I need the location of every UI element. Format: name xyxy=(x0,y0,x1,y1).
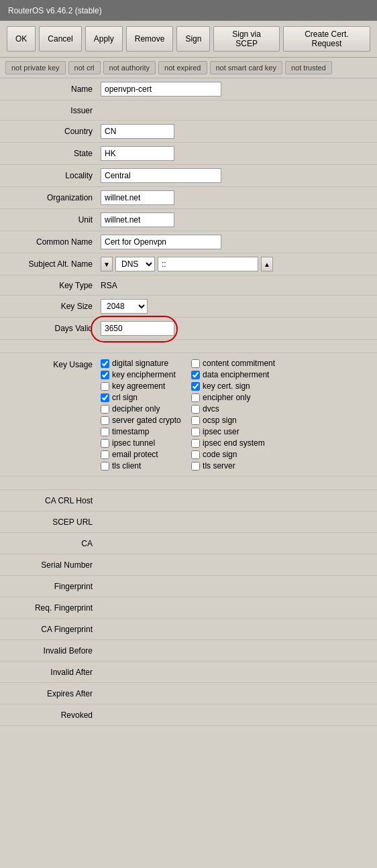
section-divider-extra xyxy=(0,477,377,490)
remove-button[interactable]: Remove xyxy=(126,26,174,52)
checkbox-encipher-only: encipher only xyxy=(191,393,275,402)
checkbox-digital-signature-input[interactable] xyxy=(101,359,109,368)
country-input[interactable] xyxy=(101,124,174,139)
checkbox-tls-client: tls client xyxy=(101,461,184,471)
key-type-row: Key Type RSA xyxy=(0,275,377,296)
sign-button[interactable]: Sign xyxy=(176,26,210,52)
days-valid-input[interactable] xyxy=(101,321,174,336)
name-row: Name xyxy=(0,78,377,101)
checkbox-crl-sign-label: crl sign xyxy=(112,393,138,402)
state-label: State xyxy=(7,149,101,158)
status-not-smart-card-key: not smart card key xyxy=(210,61,282,74)
key-type-label: Key Type xyxy=(7,281,101,290)
checkbox-dvcs: dvcs xyxy=(191,404,275,414)
checkbox-email-protect-input[interactable] xyxy=(101,450,109,459)
checkbox-key-agreement: key agreement xyxy=(101,381,184,391)
subject-alt-name-down-button[interactable]: ▼ xyxy=(101,257,113,271)
checkbox-digital-signature-label: digital signature xyxy=(112,359,168,368)
req-fingerprint-row: Req. Fingerprint xyxy=(0,597,377,619)
checkbox-key-agreement-label: key agreement xyxy=(112,381,165,391)
apply-button[interactable]: Apply xyxy=(85,26,123,52)
checkbox-decipher-only-input[interactable] xyxy=(101,405,109,414)
unit-input[interactable] xyxy=(101,212,174,227)
key-size-select[interactable]: 512 1024 2048 4096 xyxy=(101,299,148,314)
checkbox-tls-client-input[interactable] xyxy=(101,462,109,471)
days-valid-label: Days Valid xyxy=(7,324,101,333)
checkbox-ipsec-user-input[interactable] xyxy=(191,428,200,436)
toolbar: OK Cancel Apply Remove Sign Sign via SCE… xyxy=(0,21,377,58)
checkbox-key-cert-sign-label: key cert. sign xyxy=(203,381,250,391)
checkbox-ocsp-sign-label: ocsp sign xyxy=(203,416,237,425)
expires-after-row: Expires After xyxy=(0,683,377,704)
checkbox-crl-sign: crl sign xyxy=(101,393,184,402)
checkbox-code-sign-label: code sign xyxy=(203,450,237,459)
checkbox-ipsec-end-system-input[interactable] xyxy=(191,439,200,448)
state-input[interactable] xyxy=(101,146,174,161)
checkbox-key-encipherment-label: key encipherment xyxy=(112,370,176,379)
locality-input[interactable] xyxy=(101,168,221,183)
checkbox-key-cert-sign-input[interactable] xyxy=(191,382,200,391)
serial-number-row: Serial Number xyxy=(0,554,377,576)
subject-alt-name-type-select[interactable]: DNS IP email URI xyxy=(115,257,155,271)
checkbox-data-encipherment-input[interactable] xyxy=(191,371,200,379)
invalid-after-label: Invalid After xyxy=(7,668,101,677)
cancel-button[interactable]: Cancel xyxy=(39,26,81,52)
fingerprint-row: Fingerprint xyxy=(0,576,377,597)
checkbox-crl-sign-input[interactable] xyxy=(101,393,109,402)
key-size-row: Key Size 512 1024 2048 4096 xyxy=(0,296,377,318)
sign-via-scep-button[interactable]: Sign via SCEP xyxy=(213,26,279,52)
invalid-after-row: Invalid After xyxy=(0,662,377,683)
checkbox-server-gated-crypto-input[interactable] xyxy=(101,416,109,425)
checkbox-encipher-only-label: encipher only xyxy=(203,393,250,402)
checkbox-tls-server-input[interactable] xyxy=(191,462,200,471)
checkbox-encipher-only-input[interactable] xyxy=(191,393,200,402)
fingerprint-label: Fingerprint xyxy=(7,582,101,591)
revoked-row: Revoked xyxy=(0,704,377,726)
checkbox-decipher-only-label: decipher only xyxy=(112,404,160,414)
checkbox-ipsec-tunnel: ipsec tunnel xyxy=(101,438,184,448)
checkbox-dvcs-input[interactable] xyxy=(191,405,200,414)
checkbox-content-commitment-label: content commitment xyxy=(203,359,275,368)
create-cert-request-button[interactable]: Create Cert. Request xyxy=(283,26,370,52)
subject-alt-name-up-button[interactable]: ▲ xyxy=(261,257,273,271)
ca-fingerprint-row: CA Fingerprint xyxy=(0,619,377,640)
checkbox-key-cert-sign: key cert. sign xyxy=(191,381,275,391)
locality-row: Locality xyxy=(0,165,377,187)
checkbox-key-agreement-input[interactable] xyxy=(101,382,109,391)
checkbox-tls-server-label: tls server xyxy=(203,461,235,471)
checkbox-digital-signature: digital signature xyxy=(101,359,184,368)
checkbox-email-protect: email protect xyxy=(101,450,184,459)
checkbox-email-protect-label: email protect xyxy=(112,450,158,459)
checkbox-decipher-only: decipher only xyxy=(101,404,184,414)
checkbox-timestamp-input[interactable] xyxy=(101,428,109,436)
checkbox-ipsec-user-label: ipsec user xyxy=(203,427,239,436)
key-usage-grid: digital signature content commitment key… xyxy=(101,359,275,471)
checkbox-ipsec-tunnel-input[interactable] xyxy=(101,439,109,448)
common-name-label: Common Name xyxy=(7,237,101,247)
common-name-input[interactable] xyxy=(101,235,221,249)
name-input[interactable] xyxy=(101,82,221,97)
app-name: RouterOS xyxy=(8,6,44,15)
serial-number-label: Serial Number xyxy=(7,560,101,570)
ok-button[interactable]: OK xyxy=(7,26,36,52)
checkbox-data-encipherment-label: data encipherment xyxy=(203,370,269,379)
checkbox-code-sign: code sign xyxy=(191,450,275,459)
subject-alt-name-value-input[interactable] xyxy=(158,257,258,271)
revoked-label: Revoked xyxy=(7,710,101,720)
checkbox-key-encipherment-input[interactable] xyxy=(101,371,109,379)
checkbox-dvcs-label: dvcs xyxy=(203,404,219,414)
organization-input[interactable] xyxy=(101,190,174,205)
checkbox-code-sign-input[interactable] xyxy=(191,450,200,459)
subject-alt-name-row: Subject Alt. Name ▼ DNS IP email URI ▲ xyxy=(0,253,377,275)
req-fingerprint-label: Req. Fingerprint xyxy=(7,603,101,613)
subject-alt-name-controls: ▼ DNS IP email URI ▲ xyxy=(101,257,273,271)
checkbox-tls-server: tls server xyxy=(191,461,275,471)
ca-crl-host-row: CA CRL Host xyxy=(0,490,377,511)
checkbox-ocsp-sign-input[interactable] xyxy=(191,416,200,425)
checkbox-ipsec-tunnel-label: ipsec tunnel xyxy=(112,438,155,448)
invalid-before-label: Invalid Before xyxy=(7,646,101,656)
status-not-authority: not authority xyxy=(103,61,156,74)
days-valid-row: Days Valid xyxy=(0,318,377,340)
status-not-expired: not expired xyxy=(158,61,207,74)
checkbox-content-commitment-input[interactable] xyxy=(191,359,200,368)
